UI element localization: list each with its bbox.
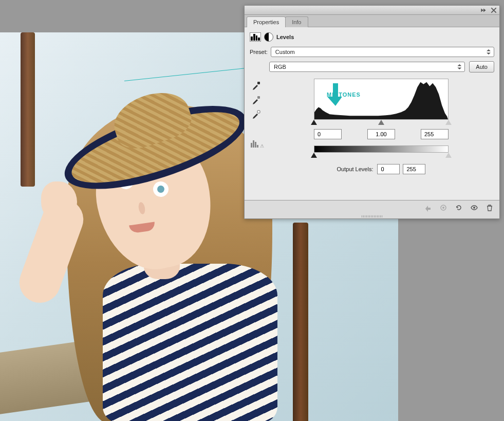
output-white-handle[interactable] bbox=[445, 153, 452, 158]
midtone-input[interactable]: 1.00 bbox=[367, 129, 395, 139]
mask-icon[interactable] bbox=[264, 32, 273, 42]
highlight-slider-handle[interactable] bbox=[445, 120, 452, 125]
eyedropper-gray-icon[interactable] bbox=[252, 95, 261, 104]
properties-panel: Properties Info Levels Preset: Custom RG… bbox=[244, 5, 500, 219]
svg-point-5 bbox=[473, 207, 475, 209]
panel-tabs: Properties Info bbox=[245, 15, 499, 27]
collapse-icon[interactable] bbox=[480, 7, 487, 13]
output-black-handle[interactable] bbox=[311, 153, 317, 158]
close-icon[interactable] bbox=[490, 7, 497, 13]
levels-icon bbox=[250, 32, 261, 42]
output-high-input[interactable]: 255 bbox=[403, 164, 425, 174]
panel-resize-handle[interactable] bbox=[245, 214, 499, 218]
shadow-input[interactable]: 0 bbox=[314, 129, 342, 139]
clip-to-layer-icon[interactable] bbox=[423, 204, 433, 212]
eyedropper-white-icon[interactable] bbox=[252, 109, 261, 119]
output-gradient bbox=[314, 145, 449, 153]
view-previous-icon[interactable] bbox=[439, 204, 448, 212]
input-slider-track[interactable] bbox=[314, 120, 449, 126]
trash-icon[interactable] bbox=[485, 204, 494, 212]
preset-label: Preset: bbox=[250, 49, 268, 55]
photo-element bbox=[293, 223, 308, 421]
preset-select[interactable]: Custom bbox=[271, 47, 494, 57]
svg-rect-1 bbox=[257, 96, 260, 99]
panel-footer bbox=[245, 200, 499, 214]
tab-info[interactable]: Info bbox=[285, 16, 308, 27]
auto-button[interactable]: Auto bbox=[469, 61, 494, 72]
panel-titlebar[interactable] bbox=[245, 6, 499, 15]
eyedropper-black-icon[interactable] bbox=[252, 81, 261, 90]
midtone-slider-handle[interactable] bbox=[378, 120, 384, 125]
output-levels-label: Output Levels: bbox=[337, 166, 374, 172]
visibility-icon[interactable] bbox=[470, 204, 479, 212]
svg-point-4 bbox=[442, 207, 444, 209]
svg-rect-2 bbox=[257, 111, 260, 113]
panel-heading: Levels bbox=[276, 34, 294, 40]
highlight-input[interactable]: 255 bbox=[421, 129, 449, 139]
tab-properties[interactable]: Properties bbox=[247, 16, 286, 27]
output-slider-track[interactable] bbox=[314, 153, 449, 159]
channel-select[interactable]: RGB bbox=[269, 62, 465, 72]
histogram[interactable]: MIDTONES bbox=[314, 79, 449, 120]
reset-icon[interactable] bbox=[454, 204, 463, 212]
svg-rect-0 bbox=[257, 82, 260, 84]
shadow-slider-handle[interactable] bbox=[311, 120, 317, 125]
output-low-input[interactable]: 0 bbox=[377, 164, 400, 174]
calculate-histogram-icon[interactable] bbox=[251, 138, 262, 148]
